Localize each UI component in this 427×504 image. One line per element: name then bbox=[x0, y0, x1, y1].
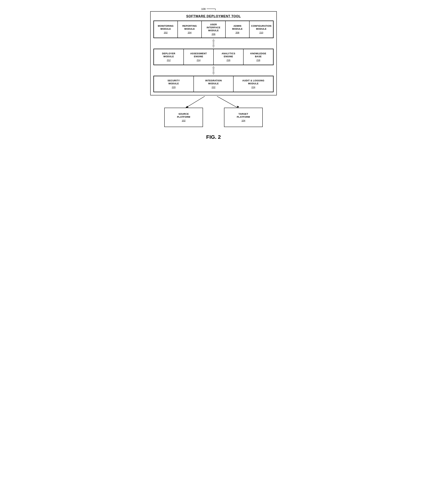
module-num-206: 206 bbox=[212, 33, 215, 36]
module-box-ui: USERINTERFACEMODULE 206 bbox=[202, 21, 225, 38]
module-box-monitoring: MONITORINGMODULE 202 bbox=[154, 21, 178, 38]
module-num-208: 208 bbox=[236, 31, 239, 34]
module-num-214: 214 bbox=[197, 59, 200, 61]
outer-box-title: SOFTWARE DEPLOYMENT TOOL bbox=[153, 15, 274, 18]
module-num-218: 218 bbox=[256, 59, 260, 61]
ref-arrow-108 bbox=[207, 7, 217, 11]
svg-marker-2 bbox=[213, 39, 214, 41]
module-row-3: SECURITYMODULE 220 INTEGRATIONMODULE 222… bbox=[153, 76, 274, 92]
module-num-212: 212 bbox=[167, 59, 171, 61]
module-num-204: 204 bbox=[188, 31, 191, 34]
svg-marker-7 bbox=[213, 73, 214, 75]
figure-label: FIG. 2 bbox=[206, 134, 221, 140]
module-num-222: 222 bbox=[212, 86, 215, 89]
page: 108 SOFTWARE DEPLOYMENT TOOL MONITORINGM… bbox=[145, 7, 282, 140]
ref-label-108: 108 bbox=[201, 7, 217, 11]
module-name-security: SECURITYMODULE bbox=[168, 79, 180, 85]
module-box-integration: INTEGRATIONMODULE 222 bbox=[194, 76, 234, 92]
target-platform-box: TARGETPLATFORM 104 bbox=[224, 108, 263, 127]
source-platform-name: SOURCEPLATFORM bbox=[177, 113, 190, 119]
module-num-224: 224 bbox=[252, 86, 255, 89]
module-num-220: 220 bbox=[172, 86, 175, 89]
arrow-section-2 bbox=[153, 65, 274, 76]
module-row-2: DEPLOYERMODULE 212 ASSESSMENTENGINE 214 … bbox=[153, 49, 274, 65]
module-name-admin: ADMINMODULE bbox=[232, 25, 243, 30]
module-name-reporting: REPORTINGMODULE bbox=[183, 25, 197, 30]
arrows-down-section bbox=[150, 95, 277, 108]
module-num-216: 216 bbox=[227, 59, 230, 61]
outer-box: SOFTWARE DEPLOYMENT TOOL MONITORINGMODUL… bbox=[150, 11, 277, 95]
module-box-admin: ADMINMODULE 208 bbox=[225, 21, 249, 38]
source-platform-box: SOURCEPLATFORM 102 bbox=[164, 108, 203, 127]
module-name-deployer: DEPLOYERMODULE bbox=[162, 52, 175, 58]
module-name-monitoring: MONITORINGMODULE bbox=[158, 25, 173, 30]
module-box-audit: AUDIT & LOGGINGMODULE 224 bbox=[233, 76, 273, 92]
module-box-deployer: DEPLOYERMODULE 212 bbox=[154, 49, 184, 65]
module-box-reporting: REPORTINGMODULE 204 bbox=[178, 21, 202, 38]
module-name-analytics: ANALYTICSENGINE bbox=[221, 52, 235, 58]
module-row-1: MONITORINGMODULE 202 REPORTINGMODULE 204… bbox=[153, 21, 274, 38]
module-box-config: CONFIGURATIONMODULE 210 bbox=[249, 21, 273, 38]
target-platform-name: TARGETPLATFORM bbox=[237, 113, 250, 119]
module-box-analytics: ANALYTICSENGINE 216 bbox=[214, 49, 243, 65]
arrow-section-1 bbox=[153, 38, 274, 49]
module-name-audit: AUDIT & LOGGINGMODULE bbox=[242, 79, 264, 85]
svg-line-10 bbox=[217, 96, 238, 108]
module-name-integration: INTEGRATIONMODULE bbox=[205, 79, 222, 85]
double-arrow-1 bbox=[210, 38, 217, 48]
module-name-knowledge: KNOWLEDGEBASE bbox=[250, 52, 266, 58]
svg-rect-6 bbox=[213, 68, 214, 73]
module-name-assessment: ASSESSMENTENGINE bbox=[190, 52, 207, 58]
external-boxes: SOURCEPLATFORM 102 TARGETPLATFORM 104 bbox=[150, 108, 277, 127]
module-name-ui: USERINTERFACEMODULE bbox=[207, 23, 220, 32]
module-box-security: SECURITYMODULE 220 bbox=[154, 76, 194, 92]
module-num-210: 210 bbox=[259, 31, 263, 34]
svg-marker-5 bbox=[213, 66, 214, 68]
module-num-202: 202 bbox=[164, 31, 168, 34]
double-arrow-2 bbox=[210, 66, 217, 75]
target-platform-num: 104 bbox=[241, 119, 245, 122]
module-name-config: CONFIGURATIONMODULE bbox=[251, 25, 271, 30]
ref-number-108: 108 bbox=[201, 7, 206, 10]
module-box-knowledge: KNOWLEDGEBASE 218 bbox=[243, 49, 273, 65]
external-area: SOURCEPLATFORM 102 TARGETPLATFORM 104 bbox=[150, 95, 277, 127]
svg-line-8 bbox=[185, 96, 205, 108]
svg-rect-3 bbox=[213, 41, 214, 46]
source-platform-num: 102 bbox=[182, 119, 186, 122]
module-box-assessment: ASSESSMENTENGINE 214 bbox=[184, 49, 214, 65]
svg-marker-4 bbox=[213, 46, 214, 48]
arrows-to-external bbox=[150, 95, 277, 109]
